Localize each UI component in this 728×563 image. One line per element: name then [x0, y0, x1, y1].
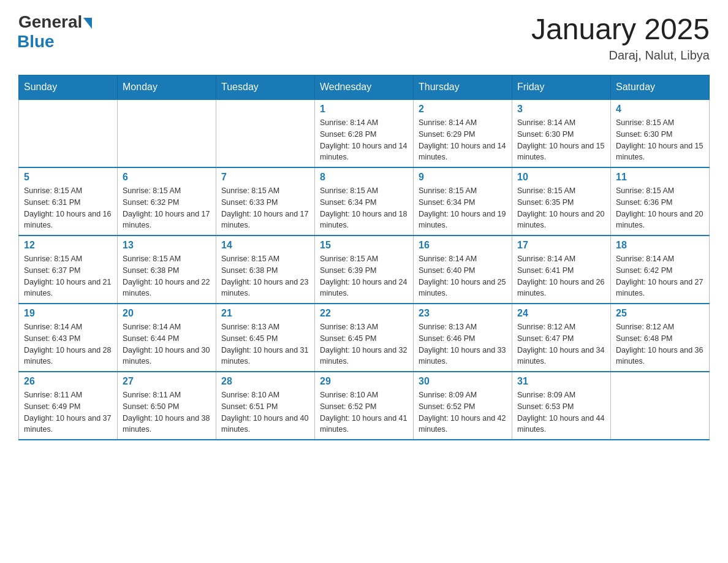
calendar-week-row: 1Sunrise: 8:14 AM Sunset: 6:28 PM Daylig…: [19, 99, 710, 167]
day-of-week-header: Saturday: [611, 75, 710, 100]
day-number: 19: [24, 308, 112, 319]
calendar-week-row: 5Sunrise: 8:15 AM Sunset: 6:31 PM Daylig…: [19, 167, 710, 236]
day-number: 6: [123, 172, 211, 183]
day-number: 25: [616, 308, 704, 319]
day-info: Sunrise: 8:13 AM Sunset: 6:45 PM Dayligh…: [320, 321, 408, 367]
day-info: Sunrise: 8:15 AM Sunset: 6:38 PM Dayligh…: [123, 253, 211, 299]
calendar-cell: 27Sunrise: 8:11 AM Sunset: 6:50 PM Dayli…: [118, 372, 216, 440]
calendar-cell: 15Sunrise: 8:15 AM Sunset: 6:39 PM Dayli…: [315, 236, 414, 304]
calendar-cell: 21Sunrise: 8:13 AM Sunset: 6:45 PM Dayli…: [216, 304, 315, 372]
day-info: Sunrise: 8:14 AM Sunset: 6:42 PM Dayligh…: [616, 253, 704, 299]
calendar-cell: 19Sunrise: 8:14 AM Sunset: 6:43 PM Dayli…: [19, 304, 118, 372]
day-of-week-header: Sunday: [19, 75, 118, 100]
day-info: Sunrise: 8:10 AM Sunset: 6:51 PM Dayligh…: [221, 389, 309, 435]
day-info: Sunrise: 8:11 AM Sunset: 6:50 PM Dayligh…: [123, 389, 211, 435]
day-number: 4: [616, 104, 704, 115]
location-subtitle: Daraj, Nalut, Libya: [531, 48, 710, 63]
day-info: Sunrise: 8:14 AM Sunset: 6:28 PM Dayligh…: [320, 117, 408, 163]
day-info: Sunrise: 8:15 AM Sunset: 6:38 PM Dayligh…: [221, 253, 309, 299]
day-number: 12: [24, 240, 112, 251]
calendar-cell: 16Sunrise: 8:14 AM Sunset: 6:40 PM Dayli…: [414, 236, 512, 304]
day-of-week-header: Tuesday: [216, 75, 315, 100]
calendar-cell: 7Sunrise: 8:15 AM Sunset: 6:33 PM Daylig…: [216, 167, 315, 236]
day-info: Sunrise: 8:15 AM Sunset: 6:36 PM Dayligh…: [616, 185, 704, 231]
day-info: Sunrise: 8:14 AM Sunset: 6:29 PM Dayligh…: [419, 117, 507, 163]
day-number: 22: [320, 308, 408, 319]
calendar-cell: 10Sunrise: 8:15 AM Sunset: 6:35 PM Dayli…: [512, 167, 611, 236]
day-number: 3: [517, 104, 605, 115]
day-number: 17: [517, 240, 605, 251]
calendar-cell: 6Sunrise: 8:15 AM Sunset: 6:32 PM Daylig…: [118, 167, 216, 236]
day-number: 18: [616, 240, 704, 251]
day-number: 26: [24, 376, 112, 387]
calendar-cell: [19, 99, 118, 167]
calendar-cell: 24Sunrise: 8:12 AM Sunset: 6:47 PM Dayli…: [512, 304, 611, 372]
title-area: January 2025 Daraj, Nalut, Libya: [531, 12, 710, 63]
day-number: 10: [517, 172, 605, 183]
calendar-cell: 13Sunrise: 8:15 AM Sunset: 6:38 PM Dayli…: [118, 236, 216, 304]
day-number: 29: [320, 376, 408, 387]
calendar-cell: [216, 99, 315, 167]
calendar-cell: [611, 372, 710, 440]
day-info: Sunrise: 8:11 AM Sunset: 6:49 PM Dayligh…: [24, 389, 112, 435]
day-of-week-header: Friday: [512, 75, 611, 100]
day-number: 1: [320, 104, 408, 115]
logo-arrow-icon: [83, 18, 92, 29]
day-of-week-header: Monday: [118, 75, 216, 100]
day-info: Sunrise: 8:15 AM Sunset: 6:34 PM Dayligh…: [320, 185, 408, 231]
day-number: 28: [221, 376, 309, 387]
day-info: Sunrise: 8:12 AM Sunset: 6:47 PM Dayligh…: [517, 321, 605, 367]
day-number: 13: [123, 240, 211, 251]
day-number: 8: [320, 172, 408, 183]
month-title: January 2025: [531, 12, 710, 46]
day-info: Sunrise: 8:09 AM Sunset: 6:53 PM Dayligh…: [517, 389, 605, 435]
calendar-cell: 1Sunrise: 8:14 AM Sunset: 6:28 PM Daylig…: [315, 99, 414, 167]
calendar-cell: 5Sunrise: 8:15 AM Sunset: 6:31 PM Daylig…: [19, 167, 118, 236]
day-info: Sunrise: 8:15 AM Sunset: 6:30 PM Dayligh…: [616, 117, 704, 163]
calendar-cell: 11Sunrise: 8:15 AM Sunset: 6:36 PM Dayli…: [611, 167, 710, 236]
calendar-header-row: SundayMondayTuesdayWednesdayThursdayFrid…: [19, 75, 710, 100]
day-number: 30: [419, 376, 507, 387]
calendar-cell: 22Sunrise: 8:13 AM Sunset: 6:45 PM Dayli…: [315, 304, 414, 372]
logo: General Blue: [18, 12, 92, 52]
day-info: Sunrise: 8:15 AM Sunset: 6:34 PM Dayligh…: [419, 185, 507, 231]
calendar-cell: 26Sunrise: 8:11 AM Sunset: 6:49 PM Dayli…: [19, 372, 118, 440]
day-number: 15: [320, 240, 408, 251]
calendar-cell: 12Sunrise: 8:15 AM Sunset: 6:37 PM Dayli…: [19, 236, 118, 304]
day-info: Sunrise: 8:15 AM Sunset: 6:35 PM Dayligh…: [517, 185, 605, 231]
calendar-cell: 4Sunrise: 8:15 AM Sunset: 6:30 PM Daylig…: [611, 99, 710, 167]
day-number: 21: [221, 308, 309, 319]
day-info: Sunrise: 8:15 AM Sunset: 6:33 PM Dayligh…: [221, 185, 309, 231]
calendar-cell: 20Sunrise: 8:14 AM Sunset: 6:44 PM Dayli…: [118, 304, 216, 372]
day-number: 24: [517, 308, 605, 319]
calendar-cell: 25Sunrise: 8:12 AM Sunset: 6:48 PM Dayli…: [611, 304, 710, 372]
day-number: 23: [419, 308, 507, 319]
day-info: Sunrise: 8:15 AM Sunset: 6:31 PM Dayligh…: [24, 185, 112, 231]
day-of-week-header: Thursday: [414, 75, 512, 100]
day-number: 7: [221, 172, 309, 183]
day-number: 9: [419, 172, 507, 183]
day-number: 16: [419, 240, 507, 251]
logo-general-text: General: [18, 12, 82, 32]
day-info: Sunrise: 8:15 AM Sunset: 6:37 PM Dayligh…: [24, 253, 112, 299]
day-number: 31: [517, 376, 605, 387]
day-info: Sunrise: 8:15 AM Sunset: 6:32 PM Dayligh…: [123, 185, 211, 231]
day-info: Sunrise: 8:15 AM Sunset: 6:39 PM Dayligh…: [320, 253, 408, 299]
day-info: Sunrise: 8:14 AM Sunset: 6:41 PM Dayligh…: [517, 253, 605, 299]
calendar-cell: [118, 99, 216, 167]
calendar-cell: 31Sunrise: 8:09 AM Sunset: 6:53 PM Dayli…: [512, 372, 611, 440]
day-info: Sunrise: 8:14 AM Sunset: 6:44 PM Dayligh…: [123, 321, 211, 367]
calendar-cell: 2Sunrise: 8:14 AM Sunset: 6:29 PM Daylig…: [414, 99, 512, 167]
page-header: General Blue January 2025 Daraj, Nalut, …: [18, 12, 710, 63]
calendar-week-row: 26Sunrise: 8:11 AM Sunset: 6:49 PM Dayli…: [19, 372, 710, 440]
day-info: Sunrise: 8:13 AM Sunset: 6:46 PM Dayligh…: [419, 321, 507, 367]
day-info: Sunrise: 8:12 AM Sunset: 6:48 PM Dayligh…: [616, 321, 704, 367]
calendar-cell: 29Sunrise: 8:10 AM Sunset: 6:52 PM Dayli…: [315, 372, 414, 440]
day-info: Sunrise: 8:09 AM Sunset: 6:52 PM Dayligh…: [419, 389, 507, 435]
day-number: 14: [221, 240, 309, 251]
calendar-week-row: 12Sunrise: 8:15 AM Sunset: 6:37 PM Dayli…: [19, 236, 710, 304]
calendar-cell: 3Sunrise: 8:14 AM Sunset: 6:30 PM Daylig…: [512, 99, 611, 167]
day-info: Sunrise: 8:14 AM Sunset: 6:43 PM Dayligh…: [24, 321, 112, 367]
day-number: 2: [419, 104, 507, 115]
logo-blue-text: Blue: [17, 32, 55, 52]
